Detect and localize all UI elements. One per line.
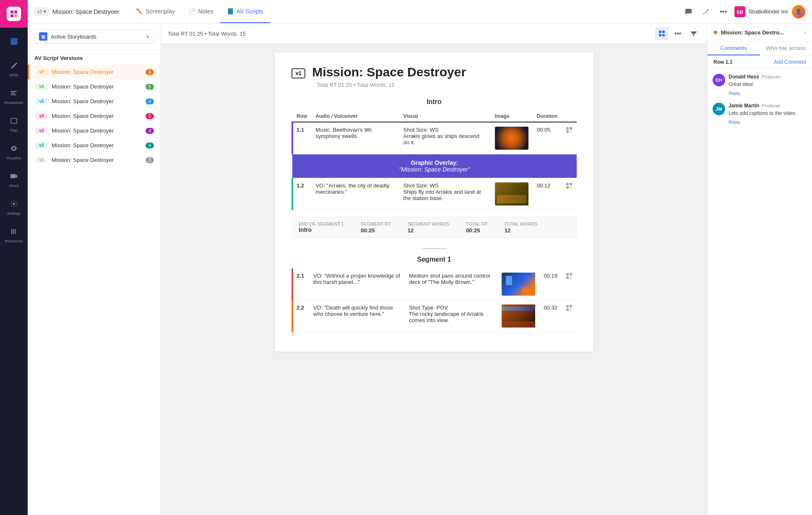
visual-2-2: Shot Type: POVThe rocky landscape of Arr… xyxy=(405,300,497,332)
sidebar-item-settings[interactable]: Settings xyxy=(0,194,28,221)
version-item-v4[interactable]: v4 Mission: Space Destroyer 5 xyxy=(28,109,161,123)
tab-comments[interactable]: Comments xyxy=(708,42,760,55)
storyboard-nav-icon: ▦ xyxy=(10,36,18,46)
svg-rect-14 xyxy=(570,127,572,130)
user-info[interactable]: SB StudioBinder Inc 👤 xyxy=(734,5,805,18)
thumbnail-2-2 xyxy=(502,304,535,328)
duration-1-2: 00:12 xyxy=(533,178,562,210)
panel-expand-button[interactable]: › xyxy=(804,29,806,36)
overlay-label: Graphic Overlay: xyxy=(411,159,458,166)
reply-button-jamie[interactable]: Reply xyxy=(729,120,740,125)
company-name: StudioBinder Inc xyxy=(749,8,789,15)
filter-button[interactable] xyxy=(687,27,700,40)
svg-rect-12 xyxy=(662,34,665,36)
write-icon xyxy=(10,62,18,71)
version-count-v5: 4 xyxy=(146,99,154,104)
avscripts-tab-label: AV Scripts xyxy=(237,8,263,15)
table-row-2-1: 2.1 VO: "Without a proper knowledge of t… xyxy=(292,268,577,300)
audio-1-2: VO: "Arrakis, the city of deadly mercina… xyxy=(311,178,399,210)
tab-avscripts[interactable]: 📘 AV Scripts xyxy=(220,0,270,23)
comments-button[interactable] xyxy=(682,5,695,18)
sidebar-item-shoot[interactable]: Shoot xyxy=(0,166,28,194)
sidebar-settings-label: Settings xyxy=(7,211,21,216)
version-tag-v4: v4 xyxy=(36,113,47,119)
comment-item-donald: DH Donald Hess Producer Great idea! Repl… xyxy=(713,74,807,96)
comment-text-donald: Great idea! xyxy=(729,81,780,88)
segment-words: SEGMENT WORDS 12 xyxy=(408,221,449,234)
svg-rect-10 xyxy=(662,31,665,33)
storyboard-cell-2-1[interactable] xyxy=(562,268,577,300)
storyboard-chevron-icon: ▾ xyxy=(146,34,149,40)
av-table-segment1: 2.1 VO: "Without a proper knowledge of t… xyxy=(291,268,577,332)
visual-2-1: Medium shot pans around control deck of … xyxy=(405,268,497,300)
version-tag-v7: v7 xyxy=(36,69,47,75)
script-content-wrapper: Total RT 01:25 • Total Words: 15 ••• xyxy=(161,23,707,515)
version-count-v3: 4 xyxy=(146,128,154,134)
logo-area[interactable] xyxy=(0,0,28,28)
svg-rect-9 xyxy=(659,31,661,33)
version-item-v2[interactable]: v2 Mission: Space Destroyer 4 xyxy=(28,138,161,153)
main-content: v7 ▾ Mission: Space Destryoer ✏️ Screenp… xyxy=(28,0,812,515)
image-1-1 xyxy=(491,122,533,154)
version-tag-v6: v6 xyxy=(36,83,47,90)
storyboard-cell-2-2[interactable] xyxy=(562,300,577,332)
table-row-1-1: 1.1 Music: Beethovan's 9th symphony swel… xyxy=(292,122,577,154)
panel-version-dot: ■ xyxy=(713,29,718,36)
svg-rect-23 xyxy=(566,276,569,279)
version-item-v5[interactable]: v5 Mission: Space Destroyer 4 xyxy=(28,94,161,109)
sidebar-item-write[interactable]: Write xyxy=(0,55,28,83)
version-item-v6[interactable]: v6 Mission: Space Destroyer 5 xyxy=(28,79,161,94)
project-title: Mission: Space Destryoer xyxy=(52,8,120,15)
svg-rect-19 xyxy=(566,186,569,189)
storyboard-cell-1-1[interactable] xyxy=(562,122,577,154)
avatar-donald: DH xyxy=(713,74,725,86)
row-id-1-1: 1.1 xyxy=(292,122,311,154)
version-tag-v5: v5 xyxy=(36,98,47,104)
app-logo xyxy=(7,7,21,21)
svg-rect-26 xyxy=(570,305,572,307)
comment-row-label-bar: Row 1.1 Add Comment xyxy=(708,56,812,69)
version-name-v2: Mission: Space Destroyer xyxy=(52,142,146,148)
sidebar-write-label: Write xyxy=(10,73,18,77)
svg-rect-2 xyxy=(10,14,13,17)
row-id-1-2: 1.2 xyxy=(292,178,311,210)
svg-rect-13 xyxy=(566,127,569,130)
tab-notes[interactable]: 📄 Notes xyxy=(182,0,220,23)
tab-nav: ✏️ Screenplay 📄 Notes 📘 AV Scripts xyxy=(129,0,681,23)
version-item-v3[interactable]: v3 Mission: Space Destroyer 4 xyxy=(28,123,161,138)
sidebar-item-plan[interactable]: Plan xyxy=(0,111,28,138)
audio-2-2: VO: "Death will quickly find those who c… xyxy=(309,300,405,332)
graphic-overlay-row: Graphic Overlay: "Mission: Space Destroy… xyxy=(292,154,577,178)
version-item-v1[interactable]: v1 Mission: Space Destroyer 3 xyxy=(28,153,161,167)
sidebar-item-storyboard[interactable]: ▦ xyxy=(0,28,28,55)
comments-panel-header: ■ Mission: Space Destro... › xyxy=(708,23,812,42)
sidebar-item-breakdown[interactable]: Breakdown xyxy=(0,83,28,111)
more-script-options-button[interactable]: ••• xyxy=(671,27,684,40)
comments-list: DH Donald Hess Producer Great idea! Repl… xyxy=(708,69,812,515)
version-name-v5: Mission: Space Destroyer xyxy=(52,98,146,104)
resources-icon xyxy=(10,228,18,237)
svg-rect-28 xyxy=(570,308,572,311)
view-mode-button[interactable] xyxy=(655,27,669,40)
sidebar-item-resources[interactable]: Resources xyxy=(0,221,28,249)
tab-screenplay[interactable]: ✏️ Screenplay xyxy=(129,0,182,23)
share-button[interactable] xyxy=(699,5,713,18)
tab-who-has-access[interactable]: Who has access xyxy=(760,42,812,55)
sidebar-item-visualize[interactable]: Visualize xyxy=(0,138,28,166)
row-id-2-1: 2.1 xyxy=(292,268,309,300)
visual-1-2: Shot Size: WSShips fly into Arrakis and … xyxy=(399,178,491,210)
add-comment-button[interactable]: Add Comment xyxy=(774,59,806,65)
end-segment-label: END OF SEGMENT 1 Intro xyxy=(299,221,344,234)
col-visual: Visual xyxy=(399,111,491,122)
version-item-v7[interactable]: v7 Mission: Space Destroyer 6 xyxy=(28,65,161,79)
duration-2-2: 00:32 xyxy=(539,300,562,332)
comment-role-jamie: Producer xyxy=(762,103,781,108)
storyboard-cell-1-2[interactable] xyxy=(562,178,577,210)
notes-tab-label: Notes xyxy=(198,8,213,15)
reply-button-donald[interactable]: Reply xyxy=(729,91,740,96)
col-duration: Duration xyxy=(533,111,562,122)
more-options-button[interactable]: ••• xyxy=(717,5,730,18)
storyboard-select[interactable]: ▦ Active Storyboards ▾ xyxy=(34,29,154,44)
version-selector[interactable]: v7 ▾ xyxy=(34,8,49,16)
top-bar: v7 ▾ Mission: Space Destryoer ✏️ Screenp… xyxy=(28,0,812,23)
